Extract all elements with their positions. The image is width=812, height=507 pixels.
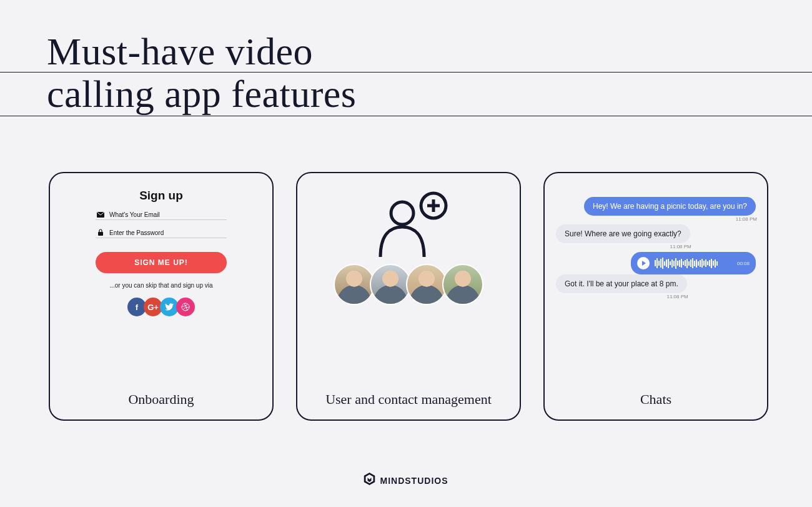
chat-bubble-incoming: Sure! Where are we going exactly? 11:08 …	[556, 224, 690, 243]
play-icon[interactable]	[637, 257, 650, 269]
svg-rect-1	[98, 232, 103, 236]
avatar	[334, 264, 375, 305]
feature-cards: Sign up What's Your Email Enter the Pass…	[49, 172, 768, 421]
dribbble-icon[interactable]	[176, 298, 195, 316]
email-placeholder: What's Your Email	[109, 211, 160, 218]
social-buttons: f G+	[50, 298, 272, 316]
card-chats: Hey! We are having a picnic today, are y…	[543, 172, 768, 421]
horizontal-rule	[0, 116, 812, 116]
card-contacts: User and contact management	[296, 172, 521, 421]
timestamp: 11:08 PM	[670, 244, 691, 249]
svg-point-3	[391, 202, 413, 224]
chat-message: Hey! We are having a picnic today, are y…	[593, 202, 747, 211]
chat-bubble-incoming: Got it. I'll be at your place at 8 pm. 1…	[556, 274, 687, 293]
logo-mark-icon	[364, 473, 375, 488]
timestamp: 11:08 PM	[736, 216, 757, 222]
card-label-chats: Chats	[545, 384, 767, 419]
mail-icon	[96, 212, 106, 218]
brand-name: MINDSTUDIOS	[380, 476, 448, 486]
password-field[interactable]: Enter the Password	[96, 229, 227, 238]
title-line-1: Must-have video	[47, 30, 356, 73]
card-label-contacts: User and contact management	[297, 384, 520, 419]
audio-duration: 00:08	[737, 261, 750, 266]
avatar	[406, 264, 447, 305]
signup-button[interactable]: SIGN ME UP!	[96, 252, 227, 273]
add-user-icon	[365, 188, 452, 266]
horizontal-rule	[0, 72, 812, 73]
chat-message: Got it. I'll be at your place at 8 pm.	[565, 279, 678, 288]
title-line-2: calling app features	[47, 73, 356, 115]
chat-area: Hey! We are having a picnic today, are y…	[545, 173, 767, 302]
lock-icon	[96, 229, 106, 236]
timestamp: 11:08 PM	[666, 294, 688, 299]
skip-text: ...or you can skip that and sign up via	[50, 282, 272, 289]
email-field[interactable]: What's Your Email	[96, 211, 227, 220]
audio-message[interactable]: 00:08	[631, 252, 756, 274]
avatar-row	[336, 264, 481, 305]
password-placeholder: Enter the Password	[109, 229, 164, 236]
card-label-onboarding: Onboarding	[50, 384, 272, 419]
card-onboarding: Sign up What's Your Email Enter the Pass…	[49, 172, 274, 421]
avatar	[370, 264, 411, 305]
page-title: Must-have video calling app features	[47, 30, 356, 115]
avatar	[442, 264, 483, 305]
signup-heading: Sign up	[50, 189, 272, 203]
chat-bubble-outgoing: Hey! We are having a picnic today, are y…	[584, 197, 756, 216]
waveform-icon	[655, 258, 732, 269]
chat-message: Sure! Where are we going exactly?	[565, 229, 681, 238]
brand-logo: MINDSTUDIOS	[364, 473, 448, 488]
